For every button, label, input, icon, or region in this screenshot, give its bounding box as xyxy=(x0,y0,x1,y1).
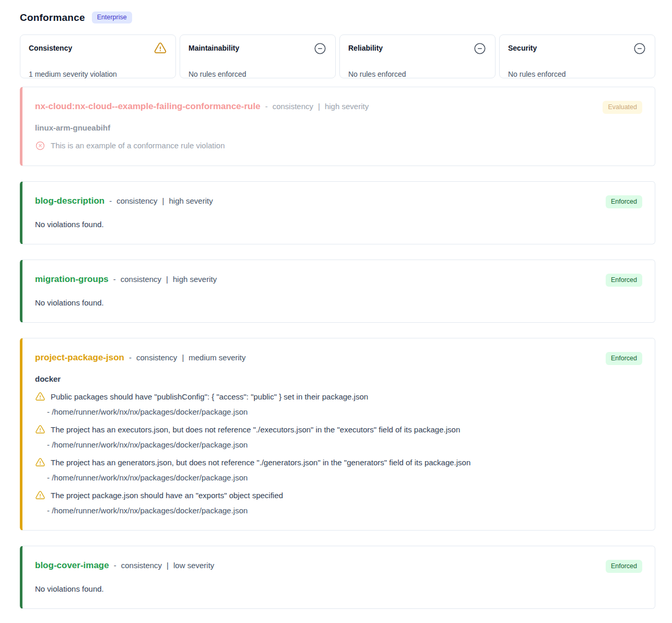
rule-name: migration-groups xyxy=(35,274,109,285)
no-violations-text: No violations found. xyxy=(35,219,642,230)
meta-dash: - xyxy=(265,102,268,111)
summary-card-title: Maintainability xyxy=(188,42,239,53)
warning-triangle-icon xyxy=(35,490,45,501)
enterprise-plan-badge: Enterprise xyxy=(92,11,132,23)
rule-card-migration-groups: migration-groups - consistency | high se… xyxy=(20,260,655,323)
rule-card-project-package-json: project-package-json - consistency | med… xyxy=(20,338,655,531)
rule-severity: high severity xyxy=(169,196,213,205)
rule-severity: high severity xyxy=(173,275,217,284)
enforced-badge: Enforced xyxy=(606,352,642,365)
x-circle-icon xyxy=(35,140,45,151)
summary-card-status: No rules enforced xyxy=(348,69,487,79)
project-name: linux-arm-gnueabihf xyxy=(35,123,642,133)
meta-pipe: | xyxy=(318,102,320,111)
summary-card-maintainability: Maintainability No rules enforced xyxy=(180,34,336,78)
rule-card-example-failing-conformance-rule: nx-cloud:nx-cloud--example-failing-confo… xyxy=(20,87,655,166)
rule-name: nx-cloud:nx-cloud--example-failing-confo… xyxy=(35,101,261,112)
rule-category: consistency xyxy=(136,353,177,362)
rule-category: consistency xyxy=(121,275,161,284)
rule-severity: high severity xyxy=(325,102,369,111)
summary-card-consistency: Consistency 1 medium severity violation xyxy=(20,34,176,78)
rule-category: consistency xyxy=(121,561,162,570)
no-violations-text: No violations found. xyxy=(35,584,642,594)
summary-cards-row: Consistency 1 medium severity violation … xyxy=(20,34,655,78)
minus-circle-icon xyxy=(313,42,327,55)
conformance-page: Conformance Enterprise Consistency 1 med… xyxy=(0,0,672,609)
page-title: Conformance xyxy=(20,12,85,23)
rule-severity: medium severity xyxy=(188,353,245,362)
violation-path: - /home/runner/work/nx/nx/packages/docke… xyxy=(47,407,642,417)
rule-severity: low severity xyxy=(173,561,214,570)
no-violations-text: No violations found. xyxy=(35,298,642,308)
meta-dash: - xyxy=(114,561,116,570)
rule-category: consistency xyxy=(116,196,157,205)
violation-path: - /home/runner/work/nx/nx/packages/docke… xyxy=(47,440,642,450)
warning-triangle-icon xyxy=(35,392,45,402)
summary-card-status: No rules enforced xyxy=(188,69,327,79)
warning-triangle-icon xyxy=(154,42,167,55)
meta-pipe: | xyxy=(167,561,169,570)
rule-name: blog-cover-image xyxy=(35,560,109,571)
enforced-badge: Enforced xyxy=(606,274,642,287)
evaluated-badge: Evaluated xyxy=(603,101,642,114)
summary-card-security: Security No rules enforced xyxy=(499,34,655,78)
meta-pipe: | xyxy=(162,196,164,205)
enforced-badge: Enforced xyxy=(606,560,642,573)
violation-path: - /home/runner/work/nx/nx/packages/docke… xyxy=(47,506,642,516)
summary-card-title: Consistency xyxy=(29,42,72,53)
minus-circle-icon xyxy=(633,42,646,55)
violation-message: The project has an executors.json, but d… xyxy=(51,424,460,436)
rule-card-blog-description: blog-description - consistency | high se… xyxy=(20,181,655,244)
rule-card-blog-cover-image: blog-cover-image - consistency | low sev… xyxy=(20,546,655,609)
violation-message: This is an example of a conformance rule… xyxy=(51,140,225,151)
meta-dash: - xyxy=(109,196,112,205)
violation-message: The project has an generators.json, but … xyxy=(51,457,470,468)
page-header: Conformance Enterprise xyxy=(20,11,655,23)
project-name: docker xyxy=(35,374,642,384)
meta-dash: - xyxy=(113,275,116,284)
rule-name: project-package-json xyxy=(35,352,124,363)
enforced-badge: Enforced xyxy=(606,195,642,208)
warning-triangle-icon xyxy=(35,457,45,468)
summary-card-reliability: Reliability No rules enforced xyxy=(339,34,496,78)
summary-card-title: Security xyxy=(508,42,537,53)
minus-circle-icon xyxy=(473,42,487,55)
warning-triangle-icon xyxy=(35,425,45,435)
summary-card-status: No rules enforced xyxy=(508,69,646,79)
rule-category: consistency xyxy=(273,102,313,111)
meta-pipe: | xyxy=(166,275,168,284)
summary-card-title: Reliability xyxy=(348,42,383,53)
violation-message: The project package.json should have an … xyxy=(51,490,283,501)
meta-pipe: | xyxy=(182,353,184,362)
rule-name: blog-description xyxy=(35,195,104,207)
summary-card-status: 1 medium severity violation xyxy=(29,69,167,79)
meta-dash: - xyxy=(129,353,132,362)
violation-message: Public packages should have "publishConf… xyxy=(51,391,368,403)
violation-path: - /home/runner/work/nx/nx/packages/docke… xyxy=(47,473,642,483)
